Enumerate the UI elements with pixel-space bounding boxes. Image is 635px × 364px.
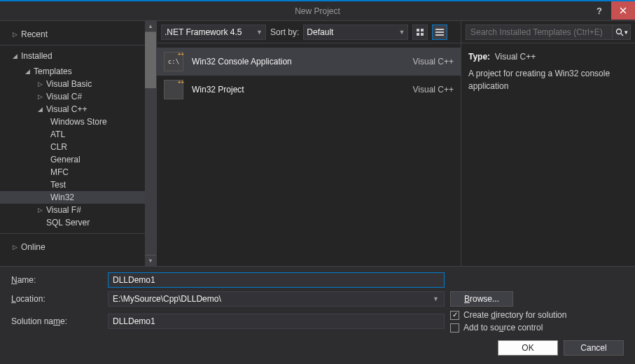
cancel-button[interactable]: Cancel	[564, 340, 624, 356]
sort-combo[interactable]: Default ▼	[303, 24, 408, 40]
tree-cpp-general[interactable]: General	[0, 153, 145, 166]
chevron-down-icon: ▼	[256, 29, 263, 36]
solution-name-label: Solution name:	[11, 316, 102, 326]
tree-lang-sql[interactable]: SQL Server	[0, 216, 145, 229]
tree-cpp-test[interactable]: Test	[0, 178, 145, 191]
dialog-title: New Project	[295, 6, 340, 16]
tree-cpp-atl[interactable]: ATL	[0, 128, 145, 141]
tree-lang-fs[interactable]: ▷Visual F#	[0, 204, 145, 216]
tree-cpp-winstore[interactable]: Windows Store	[0, 115, 145, 128]
form: Name: Location: ▼ Browse... Solution nam…	[0, 266, 635, 361]
chevron-right-icon: ▷	[13, 31, 20, 38]
chevron-right-icon: ▷	[13, 244, 20, 251]
view-grid-button[interactable]	[412, 24, 428, 40]
tree-cpp-clr[interactable]: CLR	[0, 141, 145, 153]
browse-button[interactable]: Browse...	[450, 291, 513, 307]
template-lang: Visual C++	[413, 85, 454, 94]
close-icon	[620, 7, 627, 14]
close-button[interactable]	[611, 1, 635, 20]
solution-name-input[interactable]	[108, 314, 445, 329]
tree-online[interactable]: ▷Online	[0, 238, 145, 256]
tree-recent[interactable]: ▷Recent	[0, 25, 145, 43]
name-input[interactable]	[108, 272, 445, 288]
search-input[interactable]	[466, 24, 613, 40]
list-icon	[435, 29, 444, 36]
scroll-up-icon[interactable]: ▲	[145, 21, 156, 32]
sidebar-scrollbar[interactable]: ▲ ▼	[145, 21, 156, 266]
framework-combo[interactable]: .NET Framework 4.5 ▼	[161, 24, 266, 40]
chevron-down-icon: ◢	[13, 52, 20, 59]
location-label: Location:	[11, 294, 102, 304]
sort-label: Sort by:	[270, 27, 299, 37]
chevron-right-icon: ▷	[38, 206, 45, 214]
tree-lang-cpp[interactable]: ◢Visual C++	[0, 103, 145, 115]
search-button[interactable]: ▾	[613, 24, 631, 40]
sidebar: ▷Recent ◢Installed ◢Templates ▷Visual Ba…	[0, 21, 157, 266]
type-label: Type:	[468, 52, 490, 62]
tree-lang-vb[interactable]: ▷Visual Basic	[0, 78, 145, 90]
tree-cpp-win32[interactable]: Win32	[0, 191, 145, 204]
tree-lang-cs[interactable]: ▷Visual C#	[0, 90, 145, 103]
tree-installed[interactable]: ◢Installed	[0, 47, 145, 65]
add-source-control-checkbox[interactable]: Add to source control	[450, 323, 597, 332]
console-app-icon: c:\	[164, 52, 183, 71]
name-label: Name:	[11, 275, 102, 285]
tree-cpp-mfc[interactable]: MFC	[0, 166, 145, 178]
ok-button[interactable]: OK	[498, 340, 558, 356]
template-lang: Visual C++	[413, 57, 454, 66]
details-panel: ▾ Type: Visual C++ A project for creatin…	[461, 21, 635, 266]
chevron-right-icon: ▷	[38, 93, 45, 100]
template-name: Win32 Console Application	[192, 57, 405, 66]
grid-icon	[417, 29, 424, 36]
tree-templates[interactable]: ◢Templates	[0, 65, 145, 78]
template-list: c:\ Win32 Console Application Visual C++…	[157, 43, 461, 266]
create-directory-checkbox[interactable]: Create directory for solution	[450, 310, 597, 320]
chevron-down-icon: ▼	[398, 29, 405, 36]
search-icon	[615, 28, 624, 36]
chevron-down-icon[interactable]: ▼	[433, 295, 439, 302]
svg-point-0	[616, 29, 621, 34]
chevron-right-icon: ▷	[38, 80, 45, 88]
template-description: A project for creating a Win32 console a…	[468, 67, 628, 92]
template-row[interactable]: c:\ Win32 Console Application Visual C++	[157, 48, 461, 76]
chevron-down-icon: ◢	[25, 68, 32, 75]
toolbar: .NET Framework 4.5 ▼ Sort by: Default ▼	[157, 21, 461, 43]
view-list-button[interactable]	[432, 24, 447, 40]
scrollbar-thumb[interactable]	[145, 32, 156, 88]
checkbox-icon	[450, 311, 459, 320]
location-input[interactable]	[108, 291, 445, 307]
checkbox-icon	[450, 323, 459, 332]
template-name: Win32 Project	[192, 85, 405, 94]
win32-project-icon	[164, 80, 183, 99]
help-button[interactable]: ?	[587, 1, 611, 20]
titlebar: New Project ?	[0, 0, 635, 21]
template-row[interactable]: Win32 Project Visual C++	[157, 76, 461, 104]
scroll-down-icon[interactable]: ▼	[145, 255, 156, 266]
chevron-down-icon: ▾	[624, 29, 628, 36]
chevron-down-icon: ◢	[38, 106, 45, 113]
type-value: Visual C++	[495, 52, 536, 62]
